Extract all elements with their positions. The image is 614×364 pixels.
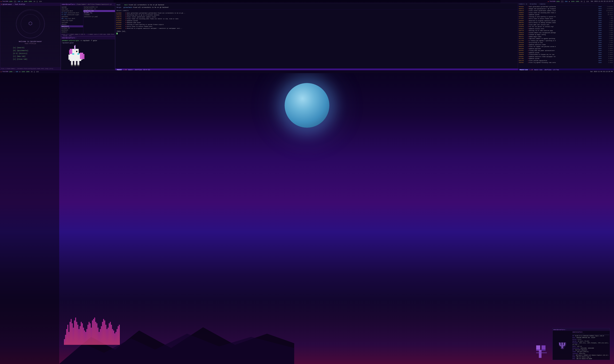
git-commit-row: b3c7d0a●Updated systemEmmet3 weeks: [518, 58, 613, 60]
tb-stats-left: 100% ░░░ 599 ◆ 104% 100% 1% ║ 11%: [9, 1, 42, 2]
svg-rect-20: [77, 53, 79, 55]
vis-bar: [70, 322, 70, 345]
git-commit-row: b0b10d0●Updated pyprlandEmmet2 weeks: [518, 48, 613, 50]
mid-tb-datetime: Sat 2023-11-04 02:13:20 PM: [590, 71, 613, 72]
todos-section: TODOs (14)_ █: [115, 30, 518, 35]
git-commit-row: c0b0530●Cleaned up magit configEmmet1 we…: [518, 34, 613, 36]
bottom-left-area: [0, 73, 59, 364]
vis-bar: [91, 328, 92, 345]
pokemon-command: pokemon-colorscripts -n rapidash -f gala…: [61, 39, 115, 42]
file-manager-header: emmet@snowflare: ~ /home/emmet/.dotfiles…: [61, 3, 115, 6]
git-commit-row: 03872f0●Fixes youtube hyprprofileEmmet3 …: [518, 60, 613, 62]
neofetch-logo-area: Ψ: [553, 331, 572, 360]
git-commit-row: f9e1b2a●main gitea/main gitlab/main gith…: [518, 6, 613, 8]
git-commit-row: 7f9a2b1●Updated systemEmmet18 hours: [518, 14, 613, 16]
qute-outer-dashed: [16, 10, 44, 38]
git-commits-container: f9e1b2a●main gitea/main gitlab/main gith…: [518, 5, 614, 67]
recent-commits-header: Recent commits: [115, 9, 518, 12]
top-taskbar-right: ▶ Youtube 100% ░░░ 599 ◆ 104% 100% 1% ║ …: [501, 0, 614, 3]
svg-rect-19: [72, 53, 74, 55]
vis-bar: [77, 325, 78, 345]
audio-visualizer: [64, 313, 120, 345]
vis-bar: [82, 323, 83, 345]
svg-rect-24: [542, 349, 545, 351]
svg-rect-7: [75, 45, 75, 46]
neofetch-logo-char: Ψ: [559, 341, 566, 350]
git-commit-row: 90a1f21●Added magit-todosEmmet1 week: [518, 36, 613, 38]
vis-bar: [113, 330, 114, 345]
qute-statusbar: file:///home/emmet/../browser/Tech/confi…: [0, 67, 61, 70]
qute-welcome-text: Welcome to Qutebrowser Tech Profile: [0, 40, 61, 45]
vis-bar: [92, 320, 93, 345]
git-panels: Head: main Fixed all screenshots to be o…: [115, 3, 614, 68]
bottom-content: emmet@snowflare: ~ Ψ emmet@snowflare ───…: [59, 73, 614, 364]
vis-bar: [71, 319, 72, 345]
git-commit-row: f0bf561●Fixes org agenda following roam …: [518, 62, 613, 64]
vis-bar: [75, 318, 76, 345]
svg-rect-17: [77, 65, 79, 66]
svg-rect-25: [539, 350, 542, 358]
tb-icon-left: ▶: [1, 1, 2, 2]
file-manager-body: system ald-hope selenized-dark fl-lockse…: [61, 6, 115, 34]
svg-rect-26: [536, 352, 547, 353]
neofetch-info-panel: emmet@snowflare ────────────────── OS: N…: [572, 331, 610, 360]
vis-bar: [86, 329, 87, 345]
git-commit-row: 5af93d2●Testing if auto-cpufreq is syste…: [518, 16, 613, 18]
git-left-panel: Head: main Fixed all screenshots to be o…: [115, 3, 518, 68]
git-commit-row: 5a94da4●Updated systemEmmet2 weeks: [518, 52, 613, 54]
git-commit-row: 49b0f2a●Ranger dnd optimization + qb fil…: [518, 8, 613, 10]
top-taskbar-left: ▶ Youtube 100% ░░░ 599 ◆ 104% 100% 1% ║ …: [0, 0, 113, 3]
vis-bar: [99, 332, 100, 345]
vis-bar: [97, 323, 97, 345]
vis-bar: [89, 322, 90, 345]
pokemon-terminal-header: emmet@snowflare: ~: [61, 37, 115, 39]
svg-rect-3: [69, 55, 70, 60]
git-commit-row: c2b1300●Fixes qemu user session uefiEmme…: [518, 24, 613, 26]
vis-bar: [83, 328, 84, 345]
git-commit-row: b0da370●Fixes for waybar and patched cus…: [518, 46, 613, 48]
svg-rect-23: [542, 345, 545, 349]
mid-tb-icon: ▶: [1, 71, 2, 73]
file-manager-statusbar: drwxr-xr 1 emmet emmet 5 528 B 1 emmet u…: [61, 34, 115, 36]
pokemon-pixel-art: [63, 44, 89, 68]
neofetch-header: emmet@snowflare: ~: [553, 328, 610, 331]
vis-bar: [64, 339, 65, 345]
git-commit-row: f4b5c1d●Fixes recent qutebrowser update …: [518, 10, 613, 12]
mid-tb-title: Youtube: [2, 71, 8, 72]
tb-icon-right: ▶: [548, 1, 549, 2]
vis-bar: [115, 332, 116, 345]
vis-bar: [74, 320, 75, 345]
vis-bar: [95, 322, 96, 345]
git-commit-row: e011f20●Improved comment on agenda synct…: [518, 38, 613, 40]
vis-bar: [81, 322, 82, 345]
git-right-panel: Commits in --branches --remotes f9e1b2a●…: [518, 3, 614, 68]
file-list-right: background256.txt background1.txt polari…: [83, 6, 115, 34]
svg-rect-11: [83, 54, 84, 59]
neofetch-window: emmet@snowflare: ~ Ψ emmet@snowflare ───…: [552, 328, 610, 360]
vis-bar: [109, 323, 110, 345]
vis-bar: [112, 329, 113, 345]
git-commit-row: d720f46●Fix for nix parser on install.or…: [518, 26, 613, 28]
git-commit-row: a60bf8a●Extra detail on adding unstable …: [518, 22, 613, 24]
qute-nav-menu: [o] [Search] [b] [Quickmarks] [S h] [His…: [13, 46, 28, 61]
svg-rect-16: [74, 65, 76, 66]
mid-taskbar: ▶ Youtube 100% ░ 599 ◆ 104% 100% 1% ║ 11…: [0, 70, 614, 73]
git-commit-row: ce6d230●Updated uwunicorn themeEmmet2 we…: [518, 44, 613, 46]
recent-commits-list: dee0888●main gitea/main gitlab/main gith…: [115, 12, 518, 30]
vis-bar: [108, 328, 109, 345]
mid-tb-right: Sat 2023-11-04 02:13:20 PM: [589, 70, 614, 73]
vis-bar: [110, 322, 111, 345]
svg-rect-9: [69, 50, 70, 54]
qute-tab-label: Qutebrowser - Tech Profile: [2, 4, 25, 5]
vis-bar: [84, 330, 85, 345]
vis-bar: [103, 319, 104, 345]
vis-bar: [114, 333, 115, 345]
vis-bar: [101, 326, 102, 345]
vis-bar: [107, 329, 108, 345]
git-commit-row: e1c7259●I finally got agenda + syncthing…: [518, 40, 613, 42]
vis-bar: [104, 320, 105, 345]
vis-bar: [69, 332, 70, 345]
git-commit-row: 70b60f0●Transitioned to flatpak obs for …: [518, 54, 613, 56]
vis-bar: [93, 319, 94, 345]
vis-bar: [85, 332, 86, 345]
